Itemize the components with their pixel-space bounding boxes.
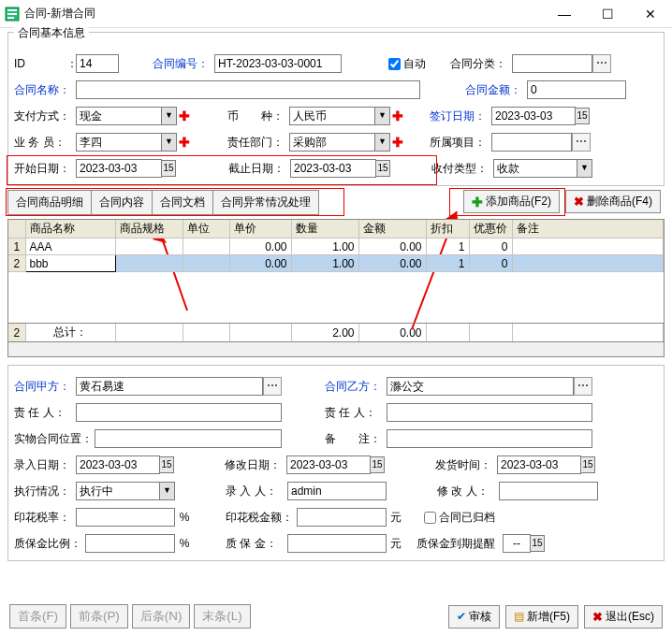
- label-remark: 备 注：: [325, 431, 387, 447]
- depositrate-input[interactable]: [85, 534, 175, 553]
- label-inputdate: 录入日期：: [14, 457, 76, 473]
- label-id: ID: [14, 57, 66, 70]
- label-currency: 币 种：: [227, 108, 289, 124]
- name-input[interactable]: [76, 80, 420, 99]
- chevron-down-icon[interactable]: ▼: [577, 160, 592, 177]
- label-inputby: 录 入 人：: [226, 484, 287, 499]
- chevron-down-icon[interactable]: ▼: [161, 108, 176, 124]
- party-a-input[interactable]: [76, 377, 263, 396]
- calendar-icon[interactable]: 15: [159, 456, 174, 473]
- remark-input[interactable]: [387, 429, 592, 448]
- chevron-down-icon[interactable]: ▼: [374, 134, 389, 151]
- audit-button[interactable]: ✔审核: [448, 605, 500, 629]
- add-icon[interactable]: ✚: [179, 108, 190, 123]
- calendar-icon[interactable]: 15: [580, 456, 595, 473]
- svg-rect-2: [7, 13, 17, 15]
- bottom-toolbar: 首条(F) 前条(P) 后条(N) 末条(L) ✔审核 ▤新增(F5) ✖退出(…: [9, 604, 663, 629]
- label-dept: 责任部门：: [227, 135, 289, 151]
- label-recvtype: 收付类型：: [431, 161, 493, 177]
- close-button[interactable]: ✕: [629, 0, 672, 28]
- next-button[interactable]: 后条(N): [132, 604, 191, 629]
- label-stampamt: 印花税金额：: [226, 510, 297, 526]
- label-party-a: 合同甲方：: [14, 379, 76, 395]
- deposit-input[interactable]: [287, 534, 387, 553]
- add-icon[interactable]: ✚: [179, 135, 190, 150]
- physloc-input[interactable]: [95, 429, 282, 448]
- add-icon[interactable]: ✚: [392, 108, 403, 123]
- group-legend: 合同基本信息: [14, 25, 89, 41]
- label-physloc: 实物合同位置：: [14, 431, 95, 447]
- basic-info-group: 合同基本信息 ID ： 合同编号： 自动 合同分类： ⋯ 合同名称： 合同金额：…: [7, 32, 665, 186]
- modifyby-input: [499, 482, 598, 500]
- deposit-due-input[interactable]: [503, 534, 531, 553]
- id-input[interactable]: [76, 54, 119, 73]
- project-input[interactable]: [491, 133, 572, 152]
- exit-button[interactable]: ✖退出(Esc): [584, 605, 663, 629]
- stampamt-input[interactable]: [297, 508, 387, 527]
- grid-header-row: 商品名称 商品规格 单位 单价 数量 金额 折扣 优惠价 备注: [8, 220, 664, 238]
- category-lookup-button[interactable]: ⋯: [592, 54, 611, 73]
- label-shipdate: 发货时间：: [435, 457, 497, 473]
- add-product-button[interactable]: ✚添加商品(F2): [463, 190, 560, 213]
- last-button[interactable]: 末条(L): [194, 604, 250, 629]
- calendar-icon[interactable]: 15: [575, 108, 590, 124]
- chevron-down-icon[interactable]: ▼: [374, 108, 389, 124]
- add-icon[interactable]: ✚: [392, 135, 403, 150]
- duty-a-input[interactable]: [76, 403, 282, 422]
- shipdate-input[interactable]: [497, 455, 581, 474]
- product-grid[interactable]: 商品名称 商品规格 单位 单价 数量 金额 折扣 优惠价 备注 1 AAA 0.…: [7, 219, 665, 324]
- minimize-button[interactable]: —: [543, 0, 586, 28]
- horizontal-scrollbar[interactable]: [7, 342, 665, 357]
- tab-content[interactable]: 合同内容: [91, 190, 153, 215]
- calendar-icon[interactable]: 15: [530, 535, 545, 552]
- label-contract-no: 合同编号：: [153, 56, 214, 72]
- label-modifydate: 修改日期：: [225, 457, 286, 473]
- duty-b-input[interactable]: [387, 403, 592, 422]
- chevron-down-icon[interactable]: ▼: [161, 134, 176, 151]
- inputdate-input[interactable]: [76, 455, 160, 474]
- delete-product-button[interactable]: ✖删除商品(F4): [565, 190, 661, 213]
- prev-button[interactable]: 前条(P): [70, 604, 128, 629]
- label-execstate: 执行情况：: [14, 484, 76, 499]
- label-paytype: 支付方式：: [14, 108, 76, 124]
- svg-rect-1: [7, 9, 17, 11]
- maximize-button[interactable]: ☐: [586, 0, 629, 28]
- first-button[interactable]: 首条(F): [9, 604, 66, 629]
- party-a-lookup[interactable]: ⋯: [263, 377, 282, 396]
- startdate-input[interactable]: [76, 159, 162, 178]
- auto-checkbox[interactable]: 自动: [388, 56, 426, 72]
- table-row[interactable]: 2 bbb 0.00 1.00 0.00 1 0: [8, 255, 664, 272]
- label-deposit-due: 质保金到期提醒: [416, 536, 495, 552]
- stamprate-input[interactable]: [76, 508, 175, 527]
- enddate-input[interactable]: [290, 159, 376, 178]
- contract-no-input[interactable]: [214, 54, 342, 73]
- calendar-icon[interactable]: 15: [161, 160, 176, 177]
- signdate-input[interactable]: [491, 107, 576, 125]
- svg-rect-3: [7, 17, 14, 19]
- label-duty-a: 责 任 人：: [14, 405, 76, 421]
- modifydate-input[interactable]: [286, 455, 371, 474]
- x-icon: ✖: [592, 610, 603, 624]
- label-signdate: 签订日期：: [430, 108, 491, 124]
- label-depositrate: 质保金比例：: [14, 536, 85, 552]
- tab-exceptions[interactable]: 合同异常情况处理: [212, 190, 319, 215]
- check-icon: ✔: [457, 610, 466, 623]
- new-button[interactable]: ▤新增(F5): [505, 605, 578, 629]
- x-icon: ✖: [574, 195, 584, 209]
- tab-products[interactable]: 合同商品明细: [7, 190, 92, 215]
- label-party-b: 合同乙方：: [325, 379, 387, 395]
- party-b-lookup[interactable]: ⋯: [574, 377, 592, 396]
- calendar-icon[interactable]: 15: [375, 160, 390, 177]
- project-lookup-button[interactable]: ⋯: [572, 133, 591, 152]
- amount-input[interactable]: [527, 80, 626, 99]
- category-input[interactable]: [512, 54, 592, 73]
- colon: ：: [66, 56, 76, 72]
- chevron-down-icon[interactable]: ▼: [159, 483, 174, 499]
- tab-docs[interactable]: 合同文档: [152, 190, 213, 215]
- label-modifyby: 修 改 人：: [437, 484, 499, 499]
- label-amount: 合同金额：: [465, 82, 527, 98]
- calendar-icon[interactable]: 15: [370, 456, 385, 473]
- archived-checkbox[interactable]: 合同已归档: [424, 510, 495, 526]
- party-b-input[interactable]: [387, 377, 574, 396]
- table-row[interactable]: 1 AAA 0.00 1.00 0.00 1 0: [8, 238, 664, 255]
